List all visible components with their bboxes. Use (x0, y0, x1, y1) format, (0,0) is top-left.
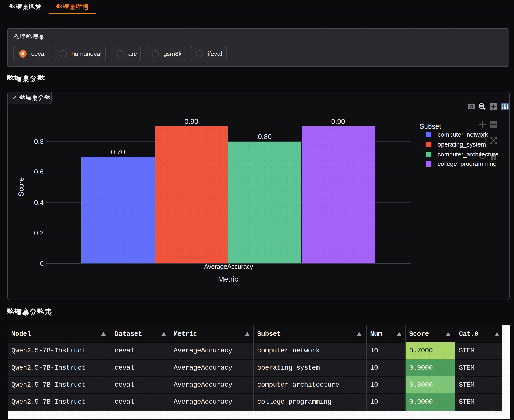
svg-text:0.8: 0.8 (34, 138, 44, 145)
svg-text:0.90: 0.90 (331, 117, 345, 125)
svg-text:AverageAccuracy: AverageAccuracy (204, 263, 253, 270)
svg-text:0.90: 0.90 (184, 117, 198, 125)
svg-text:college_programming: college_programming (438, 160, 497, 167)
svg-text:0.4: 0.4 (34, 199, 44, 206)
svg-text:computer_architecture: computer_architecture (438, 151, 499, 158)
svg-text:0.6: 0.6 (34, 168, 44, 176)
svg-text:0.80: 0.80 (258, 133, 272, 141)
svg-text:Metric: Metric (218, 275, 238, 283)
svg-text:Score: Score (17, 177, 25, 196)
svg-text:Subset: Subset (419, 122, 441, 130)
svg-text:0.70: 0.70 (111, 148, 125, 156)
svg-text:0: 0 (40, 260, 44, 268)
svg-text:operating_system: operating_system (438, 141, 486, 148)
svg-text:computer_network: computer_network (438, 131, 488, 138)
svg-text:0.2: 0.2 (34, 229, 44, 237)
